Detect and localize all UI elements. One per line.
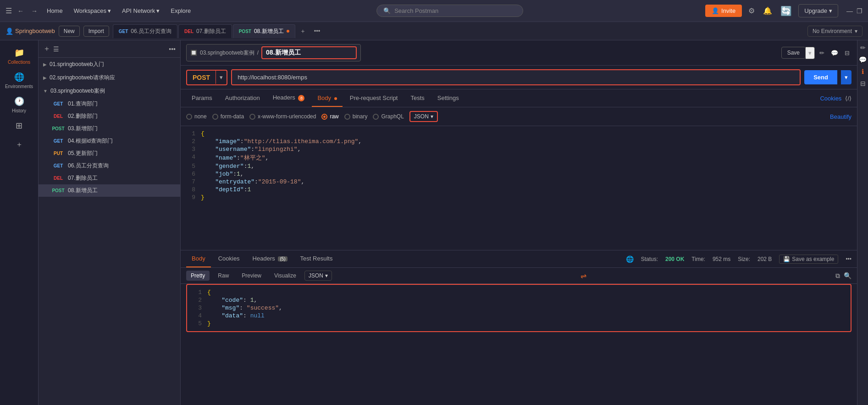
sub-item-0[interactable]: GET 01.查询部门	[39, 98, 180, 110]
forward-arrow[interactable]: →	[29, 6, 39, 17]
tab-authorization[interactable]: Authorization	[220, 90, 265, 107]
preview-button[interactable]: Preview	[237, 271, 266, 281]
beautify-button[interactable]: Beautify	[830, 113, 851, 120]
code-line-6: 7 "entrydate":"2015-09-18",	[181, 178, 857, 186]
method-dropdown-button[interactable]: ▾	[216, 71, 227, 84]
sub-item-1[interactable]: DEL 02.删除部门	[39, 110, 180, 122]
radio-graphql[interactable]: GraphQL	[373, 113, 404, 120]
filter-icon[interactable]: ⇌	[581, 272, 586, 280]
maximize-button[interactable]: ❐	[857, 7, 862, 15]
radio-urlencoded[interactable]: x-www-form-urlencoded	[249, 113, 316, 120]
sub-item-7[interactable]: POST 08.新增员工	[39, 184, 180, 197]
visualize-button[interactable]: Visualize	[270, 271, 301, 281]
collection-item-0[interactable]: ▶ 01.springbootweb入门	[39, 58, 180, 71]
collection-item-2[interactable]: ▼ 03.springbootweb案例	[39, 84, 180, 98]
sub-item-3[interactable]: GET 04.根据id查询部门	[39, 135, 180, 147]
send-button[interactable]: Send	[804, 70, 837, 84]
resp-tab-test-results[interactable]: Test Results	[295, 250, 338, 267]
response-json-selector[interactable]: JSON ▾	[304, 271, 332, 281]
collections-add-icon[interactable]: ＋	[43, 44, 50, 54]
resp-tab-body[interactable]: Body	[186, 250, 211, 267]
sidebar-add-button[interactable]: ＋	[13, 138, 26, 151]
sidebar-item-collections[interactable]: 📁 Collections	[2, 44, 37, 68]
tab-2[interactable]: POST 08.新增员工	[233, 24, 295, 38]
comment-icon[interactable]: 💬	[829, 48, 840, 58]
new-button[interactable]: New	[59, 26, 80, 37]
resp-line-num-4: 5	[193, 320, 202, 327]
search-response-icon[interactable]: 🔍	[844, 272, 851, 280]
resp-tab-cookies[interactable]: Cookies	[213, 250, 245, 267]
json-format-selector[interactable]: JSON ▾	[409, 111, 438, 122]
radio-form-data[interactable]: form-data	[212, 113, 244, 120]
settings-icon[interactable]: ⚙	[746, 5, 757, 17]
radio-binary[interactable]: binary	[344, 113, 368, 120]
sidebar-item-history[interactable]: 🕐 History	[2, 93, 37, 117]
request-body-editor[interactable]: 1 { 2 "image":"http://tlias.itheima.com/…	[181, 126, 857, 250]
pretty-button[interactable]: Pretty	[186, 271, 210, 281]
tab-settings[interactable]: Settings	[432, 90, 464, 107]
save-button[interactable]: Save	[781, 47, 806, 59]
collection-item-1[interactable]: ▶ 02.springbootweb请求响应	[39, 71, 180, 84]
back-arrow[interactable]: ←	[16, 6, 26, 17]
avatar-icon[interactable]: 🔄	[779, 4, 794, 18]
api-network-link[interactable]: API Network ▾	[118, 6, 163, 16]
size-label: Size:	[738, 256, 750, 262]
collections-filter-icon[interactable]: ☰	[53, 45, 59, 53]
resp-tab-headers[interactable]: Headers (5)	[247, 250, 293, 267]
env-selector[interactable]: No Environment ▾	[807, 26, 862, 37]
invite-button[interactable]: 👤 Invite	[705, 5, 742, 17]
sub-item-2[interactable]: POST 03.新增部门	[39, 122, 180, 135]
right-sidebar-icon-3[interactable]: ⊟	[860, 80, 866, 87]
more-tabs-button[interactable]: •••	[310, 26, 324, 36]
workspace-name[interactable]: 👤 Springbootweb	[6, 28, 55, 35]
search-bar[interactable]: 🔍 Search Postman	[376, 5, 523, 17]
resp-line-content-1: "code": 1,	[207, 297, 845, 304]
notification-icon[interactable]: 🔔	[761, 5, 774, 17]
response-body-editor[interactable]: 1 { 2 "code": 1, 3 "msg": "success",	[186, 284, 851, 332]
tab-0[interactable]: GET 06.员工分页查询	[113, 24, 177, 38]
method-button[interactable]: POST	[187, 71, 216, 84]
more-options-icon[interactable]: ⟨/⟩	[845, 95, 851, 102]
tab-1[interactable]: DEL 07.删除员工	[178, 24, 232, 38]
tab-tests[interactable]: Tests	[405, 90, 430, 107]
radio-none[interactable]: none	[186, 113, 207, 120]
save-example-button[interactable]: 💾 Save as example	[779, 255, 838, 264]
chevron-right-icon-1: ▶	[43, 75, 47, 80]
url-input[interactable]	[232, 70, 800, 84]
upgrade-button[interactable]: Upgrade ▾	[798, 4, 838, 17]
right-sidebar-icon-0[interactable]: ✏	[860, 44, 866, 51]
sub-item-6[interactable]: DEL 07.删除员工	[39, 172, 180, 184]
sidebar-item-environments[interactable]: 🌐 Environments	[2, 68, 37, 93]
minimize-button[interactable]: —	[846, 7, 853, 15]
right-sidebar-icon-2[interactable]: ℹ	[862, 68, 864, 75]
tab-body[interactable]: Body	[312, 90, 342, 107]
line-num-3: 4	[186, 154, 195, 161]
new-tab-button[interactable]: ＋	[296, 25, 310, 37]
tab-params[interactable]: Params	[186, 90, 218, 107]
side-panel-icon[interactable]: ⊟	[843, 48, 851, 58]
right-sidebar-icon-1[interactable]: 💬	[859, 56, 867, 63]
resp-more-icon[interactable]: •••	[846, 256, 851, 262]
hamburger-icon[interactable]: ☰	[6, 6, 12, 15]
tab-headers[interactable]: Headers 8	[267, 89, 310, 107]
collections-panel-header: ＋ ☰ •••	[39, 40, 180, 58]
collections-more-icon[interactable]: •••	[169, 45, 176, 53]
copy-response-icon[interactable]: ⧉	[835, 272, 840, 280]
home-link[interactable]: Home	[43, 6, 66, 16]
explore-link[interactable]: Explore	[167, 6, 194, 16]
import-button[interactable]: Import	[83, 26, 109, 37]
request-name-input[interactable]	[261, 46, 357, 59]
api-network-chevron-icon: ▾	[156, 7, 160, 14]
save-dropdown-button[interactable]: ▾	[806, 47, 815, 59]
sub-item-5[interactable]: GET 06.员工分页查询	[39, 160, 180, 172]
radio-raw[interactable]: raw	[321, 113, 338, 120]
sub-item-4[interactable]: PUT 05.更新部门	[39, 147, 180, 160]
line-content-0: {	[201, 130, 851, 137]
edit-icon[interactable]: ✏	[818, 48, 826, 58]
workspaces-link[interactable]: Workspaces ▾	[70, 6, 115, 16]
cookies-link[interactable]: Cookies	[820, 95, 841, 102]
raw-button[interactable]: Raw	[213, 271, 233, 281]
tab-pre-request[interactable]: Pre-request Script	[344, 90, 404, 107]
sidebar-item-mock[interactable]: ⊞	[2, 117, 37, 134]
send-dropdown-button[interactable]: ▾	[841, 70, 851, 84]
